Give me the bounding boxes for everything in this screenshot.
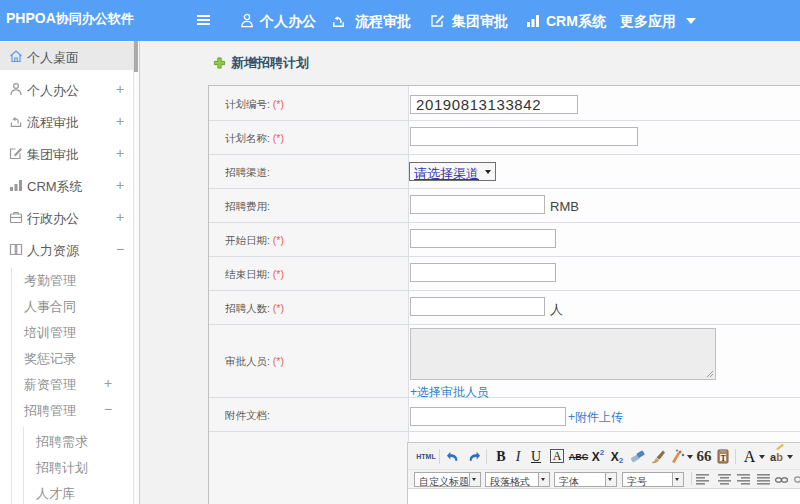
- svg-text:T: T: [721, 454, 727, 463]
